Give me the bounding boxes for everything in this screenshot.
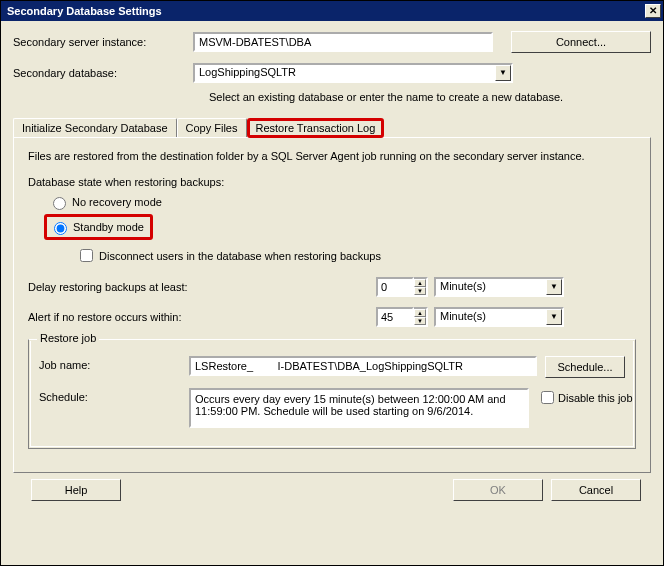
disconnect-users-checkbox[interactable]: [80, 249, 93, 262]
alert-spinner[interactable]: ▲▼: [376, 307, 428, 327]
dialog-content: Secondary server instance: Connect... Se…: [1, 21, 663, 513]
restore-info-text: Files are restored from the destination …: [28, 150, 636, 162]
standby-radio[interactable]: [54, 222, 67, 235]
server-instance-field[interactable]: [193, 32, 493, 52]
alert-label: Alert if no restore occurs within:: [28, 311, 376, 323]
titlebar: Secondary Database Settings ✕: [1, 1, 663, 21]
spin-up-icon[interactable]: ▲: [414, 279, 426, 287]
spin-up-icon[interactable]: ▲: [414, 309, 426, 317]
delay-unit-value: Minute(s): [436, 279, 546, 295]
dialog-footer: Help OK Cancel: [13, 473, 651, 507]
cancel-button[interactable]: Cancel: [551, 479, 641, 501]
db-state-label: Database state when restoring backups:: [28, 176, 636, 188]
disable-job-checkbox[interactable]: [541, 391, 554, 404]
tab-panel-restore: Files are restored from the destination …: [13, 137, 651, 473]
secondary-db-help: Select an existing database or enter the…: [209, 91, 651, 103]
delay-label: Delay restoring backups at least:: [28, 281, 376, 293]
tab-copy-files[interactable]: Copy Files: [177, 118, 247, 138]
tab-initialize[interactable]: Initialize Secondary Database: [13, 118, 177, 138]
delay-value[interactable]: [376, 277, 414, 297]
close-button[interactable]: ✕: [645, 4, 661, 18]
job-name-field[interactable]: [189, 356, 537, 376]
connect-button[interactable]: Connect...: [511, 31, 651, 53]
disconnect-users-label: Disconnect users in the database when re…: [99, 250, 381, 262]
disable-job-row[interactable]: Disable this job: [537, 388, 633, 407]
alert-unit-combo[interactable]: Minute(s) ▼: [434, 307, 564, 327]
spin-down-icon[interactable]: ▼: [414, 317, 426, 325]
schedule-label: Schedule:: [39, 388, 189, 403]
help-button[interactable]: Help: [31, 479, 121, 501]
alert-value[interactable]: [376, 307, 414, 327]
schedule-text: Occurs every day every 15 minute(s) betw…: [189, 388, 529, 428]
delay-spinner[interactable]: ▲▼: [376, 277, 428, 297]
job-name-label: Job name:: [39, 356, 189, 371]
delay-unit-combo[interactable]: Minute(s) ▼: [434, 277, 564, 297]
standby-label: Standby mode: [73, 221, 144, 233]
no-recovery-radio[interactable]: [53, 197, 66, 210]
disable-job-label: Disable this job: [558, 392, 633, 404]
spin-down-icon[interactable]: ▼: [414, 287, 426, 295]
server-instance-label: Secondary server instance:: [13, 36, 193, 48]
secondary-db-combo[interactable]: LogShippingSQLTR ▼: [193, 63, 513, 83]
alert-unit-value: Minute(s): [436, 309, 546, 325]
restore-job-legend: Restore job: [37, 332, 99, 344]
tabstrip: Initialize Secondary Database Copy Files…: [13, 118, 651, 138]
secondary-db-label: Secondary database:: [13, 67, 193, 79]
schedule-button[interactable]: Schedule...: [545, 356, 625, 378]
window-title: Secondary Database Settings: [7, 5, 162, 17]
restore-job-group: Restore job Job name: Schedule... Schedu…: [28, 339, 636, 449]
ok-button[interactable]: OK: [453, 479, 543, 501]
secondary-db-value: LogShippingSQLTR: [195, 65, 495, 81]
dropdown-icon[interactable]: ▼: [546, 279, 562, 295]
dropdown-icon[interactable]: ▼: [546, 309, 562, 325]
no-recovery-label: No recovery mode: [72, 196, 162, 208]
dropdown-icon[interactable]: ▼: [495, 65, 511, 81]
tab-restore-log[interactable]: Restore Transaction Log: [247, 118, 385, 138]
